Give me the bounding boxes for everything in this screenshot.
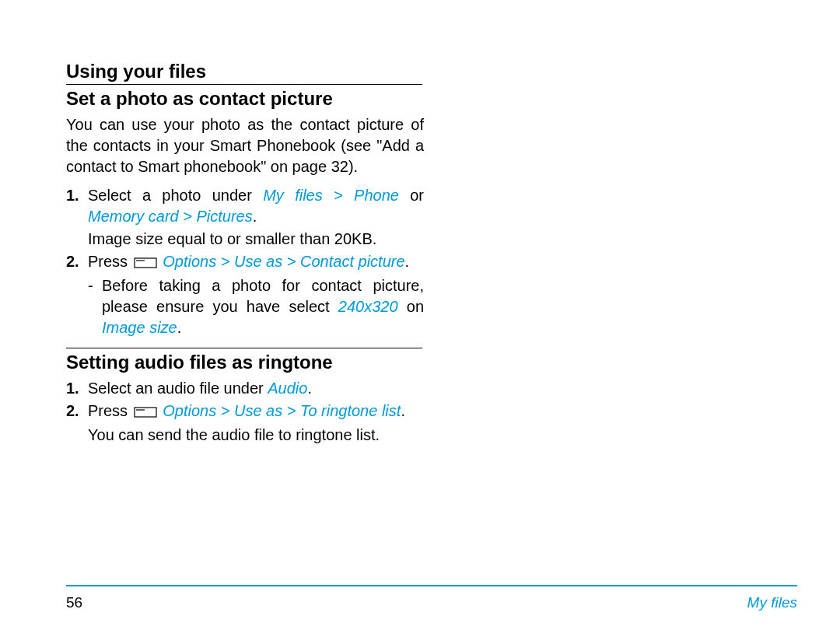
heading-set-ringtone: Setting audio files as ringtone xyxy=(66,352,401,373)
steps-set-photo: 1. Select a photo under My files > Phone… xyxy=(66,185,424,227)
step-body: Press Options > Use as > Contact picture… xyxy=(88,251,424,274)
step-number: 2. xyxy=(66,251,88,274)
menu-path-audio: Audio xyxy=(268,380,307,397)
step-body: Press Options > Use as > To ringtone lis… xyxy=(88,401,424,423)
heading-using-your-files: Using your files xyxy=(66,61,401,82)
text: . xyxy=(401,402,405,419)
svg-rect-0 xyxy=(135,258,156,268)
softkey-icon xyxy=(134,402,157,423)
intro-paragraph: You can use your photo as the contact pi… xyxy=(66,114,424,177)
text: or xyxy=(399,187,424,204)
menu-path-phone: Phone xyxy=(354,187,399,204)
step-body: Select an audio file under Audio. xyxy=(88,378,424,399)
softkey-icon xyxy=(134,253,157,274)
step-1: 1. Select a photo under My files > Phone… xyxy=(66,185,424,227)
step-1-note: Image size equal to or smaller than 20KB… xyxy=(66,229,424,250)
menu-sep: > xyxy=(216,253,234,270)
menu-path-memory-card: Memory card xyxy=(88,208,179,225)
text: . xyxy=(405,253,410,270)
step-2-note: You can send the audio file to ringtone … xyxy=(66,425,424,446)
text: Select an audio file under xyxy=(88,380,268,397)
step-2-subnote: - Before taking a photo for contact pict… xyxy=(66,275,424,338)
menu-path-options: Options xyxy=(163,402,216,419)
text: Select a photo under xyxy=(88,187,263,204)
page-number: 56 xyxy=(66,594,82,611)
footer-section-label: My files xyxy=(747,594,797,611)
manual-page: Using your files Set a photo as contact … xyxy=(0,0,463,446)
step-number: 1. xyxy=(66,185,88,227)
step-number: 1. xyxy=(66,378,88,399)
menu-sep: > xyxy=(179,208,197,225)
text: . xyxy=(253,208,257,225)
divider xyxy=(66,84,422,85)
text: Press xyxy=(88,253,132,270)
menu-path-image-size: Image size xyxy=(102,319,177,336)
menu-path-to-ringtone-list: To ringtone list xyxy=(300,402,401,419)
menu-path-contact-picture: Contact picture xyxy=(300,253,405,270)
menu-path-use-as: Use as xyxy=(234,402,282,419)
menu-sep: > xyxy=(282,253,300,270)
heading-set-photo-contact: Set a photo as contact picture xyxy=(66,88,401,110)
step-body: Select a photo under My files > Phone or… xyxy=(88,185,424,227)
steps-set-photo-2: 2. Press Options > Use as > Contact pict… xyxy=(66,251,424,274)
menu-path-options: Options xyxy=(163,253,216,270)
dash-bullet: - xyxy=(88,275,102,338)
text: . xyxy=(307,380,312,397)
menu-sep: > xyxy=(216,402,234,419)
step-2: 2. Press Options > Use as > Contact pict… xyxy=(66,251,424,274)
menu-sep: > xyxy=(323,187,354,204)
menu-sep: > xyxy=(282,402,300,419)
menu-path-my-files: My files xyxy=(263,187,323,204)
step-1: 1. Select an audio file under Audio. xyxy=(66,378,424,399)
steps-ringtone: 1. Select an audio file under Audio. 2. … xyxy=(66,378,424,423)
text: Press xyxy=(88,402,132,419)
step-number: 2. xyxy=(66,401,88,423)
subnote-body: Before taking a photo for contact pictur… xyxy=(102,275,424,338)
value-240x320: 240x320 xyxy=(338,298,398,315)
menu-path-use-as: Use as xyxy=(234,253,282,270)
text: on xyxy=(398,298,424,315)
divider xyxy=(66,348,422,348)
step-2: 2. Press Options > Use as > To ringtone … xyxy=(66,401,424,423)
svg-rect-2 xyxy=(135,408,156,417)
text: . xyxy=(177,319,182,336)
menu-path-pictures: Pictures xyxy=(197,208,253,225)
footer-divider xyxy=(66,585,797,586)
